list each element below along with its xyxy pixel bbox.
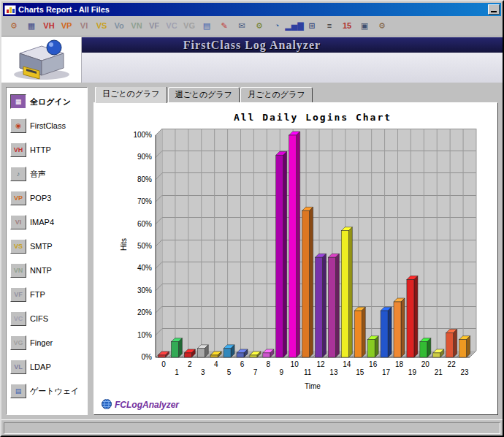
- paint-icon: ✎: [221, 22, 227, 30]
- toolbar-button[interactable]: 15: [339, 18, 355, 34]
- toolbar-button[interactable]: ≡: [321, 18, 337, 34]
- settings-gear-icon: ⚙: [10, 22, 18, 30]
- list-report-icon: ≡: [327, 22, 332, 30]
- smtp-icon: VS: [96, 22, 107, 30]
- toolbar-button[interactable]: VH: [41, 18, 57, 34]
- status-bar: [1, 419, 503, 436]
- y-axis-label: Hits: [120, 238, 128, 251]
- tab-label: 日ごとのグラフ: [102, 89, 160, 98]
- http-icon: VH: [43, 22, 54, 30]
- sidebar-item-label: NNTP: [30, 266, 52, 275]
- tab-daily-graph[interactable]: 日ごとのグラフ: [95, 87, 167, 103]
- bar-chart: 0%10%20%30%40%50%60%70%80%90%100%0123456…: [99, 107, 493, 381]
- svg-text:5: 5: [227, 368, 232, 376]
- toolbar-button[interactable]: VN: [129, 18, 145, 34]
- app-title: FirstClass Log Analyzer: [183, 39, 321, 52]
- sidebar-item-http[interactable]: VH HTTP: [8, 139, 85, 161]
- svg-text:9: 9: [279, 368, 283, 376]
- banner: FirstClass Log Analyzer: [1, 37, 503, 83]
- windows-pair-icon: ▣: [361, 22, 368, 30]
- toolbar-button[interactable]: VG: [181, 18, 197, 34]
- sidebar: ▦ 全ログイン ◉ FirstClass VH HTTP: [6, 87, 88, 415]
- svg-text:30%: 30%: [137, 286, 152, 294]
- chart-panel: 0%10%20%30%40%50%60%70%80%90%100%0123456…: [93, 102, 498, 415]
- tab-label: 月ごとのグラフ: [248, 90, 305, 99]
- sidebar-item-label: FTP: [30, 290, 45, 299]
- toolbar-button[interactable]: VI: [76, 18, 92, 34]
- minimize-button[interactable]: [488, 4, 500, 15]
- x-axis-label: Time: [156, 382, 470, 390]
- svg-text:23: 23: [461, 368, 470, 376]
- sidebar-item-label: CIFS: [30, 314, 48, 323]
- mail-icon: ✉: [238, 22, 245, 30]
- status-panel: [4, 422, 500, 434]
- svg-text:14: 14: [343, 360, 351, 368]
- toolbar-button[interactable]: ⚙: [374, 18, 390, 34]
- tab-strip: 日ごとのグラフ 週ごとのグラフ 月ごとのグラフ: [93, 87, 498, 102]
- fcloganalyzer-logo: FCLogAnalyzer: [102, 399, 179, 411]
- sidebar-item-ftp[interactable]: VF FTP: [8, 284, 85, 305]
- toolbar-button[interactable]: ⚙: [251, 18, 267, 34]
- all-logins-icon: ▦: [15, 99, 22, 105]
- sidebar-item-label: IMAP4: [30, 218, 54, 227]
- svg-text:70%: 70%: [137, 197, 152, 205]
- toolbar-button[interactable]: ⊞: [304, 18, 320, 34]
- toolbar-button[interactable]: ◔: [269, 18, 285, 34]
- tab-weekly-graph[interactable]: 週ごとのグラフ: [168, 87, 240, 102]
- svg-text:3: 3: [201, 368, 205, 376]
- sidebar-item-cifs[interactable]: VC CIFS: [8, 308, 85, 330]
- sidebar-item-gateway[interactable]: ▤ ゲートウェイ: [8, 380, 85, 402]
- svg-text:21: 21: [435, 368, 443, 376]
- tools-icon: ⚙: [378, 22, 386, 30]
- toolbar-button[interactable]: VF: [146, 18, 162, 34]
- sidebar-item-finger[interactable]: VG Finger: [8, 332, 85, 354]
- toolbar-button[interactable]: VC: [164, 18, 180, 34]
- cifs-icon: VC: [166, 22, 177, 30]
- sidebar-item-ldap[interactable]: VL LDAP: [8, 356, 85, 378]
- tab-monthly-graph[interactable]: 月ごとのグラフ: [240, 87, 313, 102]
- svg-text:22: 22: [448, 360, 457, 368]
- minimize-glyph: [491, 11, 497, 12]
- sidebar-item-all-logins[interactable]: ▦ 全ログイン: [8, 91, 85, 113]
- svg-text:17: 17: [382, 368, 391, 376]
- svg-text:20%: 20%: [137, 308, 152, 316]
- svg-text:50%: 50%: [137, 242, 152, 250]
- svg-text:40%: 40%: [137, 264, 152, 272]
- svg-text:60%: 60%: [137, 220, 152, 228]
- sidebar-item-smtp[interactable]: VS SMTP: [8, 235, 85, 257]
- smtp-icon: VS: [14, 243, 23, 250]
- svg-text:8: 8: [267, 360, 271, 368]
- chart-title: All Daily Logins Chart: [156, 112, 470, 123]
- titlebar[interactable]: Charts Report - All Files: [3, 3, 501, 16]
- toolbar-button[interactable]: Vo: [111, 18, 127, 34]
- svg-text:80%: 80%: [137, 175, 152, 183]
- sidebar-item-label: POP3: [30, 194, 51, 202]
- svg-text:10%: 10%: [137, 331, 152, 339]
- svg-text:16: 16: [369, 360, 378, 368]
- sidebar-item-nntp[interactable]: VN NNTP: [8, 259, 85, 281]
- imap4-icon: VI: [80, 22, 88, 30]
- svg-text:15: 15: [356, 368, 364, 376]
- sidebar-item-label: ゲートウェイ: [30, 386, 79, 397]
- toolbar-button[interactable]: ▂▅▇: [286, 18, 302, 34]
- http-icon: VH: [14, 147, 23, 153]
- sidebar-item-label: LDAP: [30, 362, 51, 371]
- pop3-icon: VP: [61, 22, 72, 30]
- svg-text:18: 18: [395, 360, 404, 368]
- toolbar-button[interactable]: ▣: [356, 18, 373, 34]
- toolbar-button[interactable]: VS: [93, 18, 110, 34]
- toolbar-button[interactable]: VP: [58, 18, 75, 34]
- toolbar-button[interactable]: ⚙: [6, 18, 22, 34]
- toolbar-button[interactable]: ✉: [234, 18, 250, 34]
- sidebar-item-firstclass[interactable]: ◉ FirstClass: [8, 115, 85, 137]
- sidebar-item-pop3[interactable]: VP POP3: [8, 187, 85, 209]
- ftp-icon: VF: [149, 22, 159, 30]
- toolbar-button[interactable]: ✎: [216, 18, 232, 34]
- sidebar-item-voice[interactable]: ♪ 音声: [8, 163, 85, 185]
- svg-text:11: 11: [304, 368, 312, 376]
- sidebar-item-imap4[interactable]: VI IMAP4: [8, 211, 85, 233]
- svg-text:12: 12: [316, 360, 325, 368]
- toolbar-button[interactable]: ▤: [199, 18, 215, 34]
- toolbar-button[interactable]: ▦: [23, 18, 39, 34]
- window-title: Charts Report - All Files: [18, 5, 488, 14]
